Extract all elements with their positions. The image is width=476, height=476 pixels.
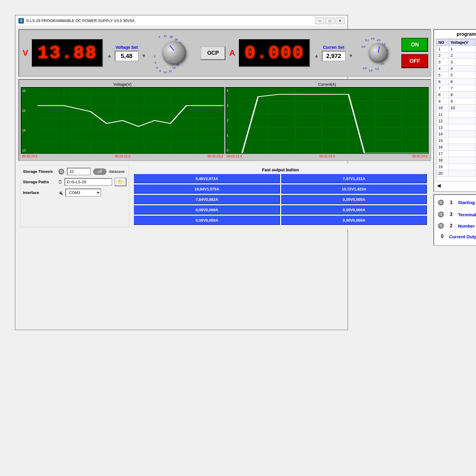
- storage-scroll-knob[interactable]: 🔘: [58, 168, 65, 175]
- com-icon: 🔌: [58, 190, 63, 195]
- scale-28: 28: [170, 35, 173, 38]
- fast-btn-0[interactable]: 5,48V2,972A: [134, 174, 280, 183]
- c-y-2: 2: [227, 119, 228, 122]
- fast-btn-4[interactable]: 7,64V0,882A: [134, 195, 280, 204]
- close-button[interactable]: ✕: [336, 18, 345, 24]
- cell-voltage: [449, 144, 476, 151]
- ocp-button[interactable]: OCP: [200, 46, 226, 60]
- starting-point-row: 🔘 1 Starting point Status: [436, 197, 476, 208]
- control-section: 🔘 1 Starting point Status 🔘 3 Terminal p…: [433, 194, 476, 246]
- path-icon: 🗒: [58, 180, 62, 184]
- table-row[interactable]: 20: [436, 170, 476, 177]
- table-row[interactable]: 16: [436, 144, 476, 151]
- output-line-row: 0 Current Output Line: [436, 233, 476, 240]
- table-scroll-arrows: ◀ ▶: [436, 181, 476, 190]
- c-y-4: 4: [227, 89, 228, 93]
- voltage-chart: 16 15 14 13: [21, 87, 224, 154]
- cell-no: 5: [436, 72, 449, 79]
- cell-voltage: 2: [449, 52, 476, 59]
- prog-output-title: programmable output: [436, 32, 476, 37]
- c-y-3: 3: [227, 104, 228, 107]
- table-row[interactable]: 8 8 10 2: [436, 92, 476, 98]
- voltage-scroll-up[interactable]: ▲: [105, 53, 114, 59]
- fast-output-section: Fast output button 5,48V2,972A 7,07V1,23…: [131, 165, 429, 227]
- fast-btn-2[interactable]: 10,94V1,575A: [134, 184, 280, 194]
- storage-section: Storage Times/s 🔘 off datasave Storage P…: [20, 165, 129, 227]
- voltage-knob[interactable]: [162, 41, 186, 65]
- current-set-value[interactable]: 2,972: [322, 51, 346, 61]
- voltage-chart-title: Voltage(V): [21, 82, 224, 87]
- table-row[interactable]: 5 5 5 2: [436, 72, 476, 79]
- scale-8: 8: [159, 70, 161, 73]
- table-row[interactable]: 17: [436, 151, 476, 157]
- fast-btn-9[interactable]: 0,00V0,000A: [281, 216, 427, 225]
- table-row[interactable]: 10 10 10 2: [436, 105, 476, 111]
- cell-no: 3: [436, 59, 449, 65]
- starting-point-scroll[interactable]: 🔘: [438, 199, 444, 206]
- fast-buttons-grid: 5,48V2,972A 7,07V1,231A 10,94V1,575A 10,…: [134, 174, 427, 225]
- cscale-05: 0,5: [363, 67, 367, 70]
- cell-voltage: 8: [449, 92, 476, 98]
- terminal-point-row: 🔘 3 Terminal point: [436, 210, 476, 219]
- voltage-scroll-down[interactable]: ▼: [140, 53, 148, 59]
- current-chart: 4 3 2 1 0: [226, 87, 429, 154]
- table-row[interactable]: 7 7 5 2: [436, 85, 476, 92]
- on-button[interactable]: ON: [401, 38, 428, 52]
- path-input[interactable]: [65, 178, 112, 186]
- table-row[interactable]: 4 4 10 2: [436, 65, 476, 72]
- table-row[interactable]: 14: [436, 131, 476, 137]
- scale-31: 31: [164, 35, 167, 37]
- scroll-left-icon[interactable]: ◀: [437, 183, 441, 188]
- fast-btn-1[interactable]: 7,07V1,231A: [281, 174, 427, 183]
- vx-2: 00:02:22,0: [115, 154, 130, 158]
- cell-no: 20: [436, 170, 449, 177]
- fast-btn-8[interactable]: 0,00V0,000A: [134, 216, 280, 225]
- table-row[interactable]: 13: [436, 124, 476, 131]
- fast-btn-5[interactable]: 0,00V0,000A: [281, 195, 427, 204]
- fast-btn-7[interactable]: 0,00V0,000A: [281, 205, 427, 214]
- current-scroll-down[interactable]: ▼: [347, 53, 355, 59]
- current-scroll-up[interactable]: ▲: [312, 53, 321, 59]
- datasave-toggle[interactable]: off: [93, 168, 107, 175]
- table-row[interactable]: 9 9 5 2: [436, 98, 476, 105]
- table-row[interactable]: 18: [436, 157, 476, 164]
- folder-button[interactable]: 📁: [115, 178, 126, 186]
- window-controls: — □ ✕: [315, 18, 345, 24]
- voltage-set-label: Voltage Set: [115, 45, 138, 50]
- table-row[interactable]: 15: [436, 137, 476, 144]
- cell-no: 16: [436, 144, 449, 151]
- table-row[interactable]: 2 2 10 2: [436, 52, 476, 59]
- prog-table-scroll[interactable]: NO Voltage(V Current(A Time(s) 1 1 5 2 2…: [436, 39, 476, 181]
- cell-no: 7: [436, 85, 449, 92]
- voltage-set-value[interactable]: 5,48: [115, 51, 139, 61]
- starting-point-num: 1: [447, 200, 455, 205]
- cell-no: 4: [436, 65, 449, 72]
- c-y-0: 0: [227, 148, 228, 152]
- fast-btn-6[interactable]: 0,00V0,000A: [134, 205, 280, 214]
- storage-paths-label: Storage Paths: [23, 180, 56, 184]
- table-row[interactable]: 6 6 10 2: [436, 79, 476, 85]
- table-row[interactable]: 19: [436, 164, 476, 170]
- storage-times-row: Storage Times/s 🔘 off datasave: [23, 168, 126, 175]
- minimize-button[interactable]: —: [315, 18, 324, 24]
- cell-voltage: 3: [449, 59, 476, 65]
- cell-voltage: [449, 170, 476, 177]
- prog-output-panel: programmable output NO Voltage(V Current…: [433, 29, 476, 192]
- scale-12: 12: [169, 70, 172, 73]
- fast-btn-3[interactable]: 10,72V1,423A: [281, 184, 427, 194]
- cell-voltage: 6: [449, 79, 476, 85]
- current-set-area: Curren Set ▲ 2,972 ▼: [312, 45, 355, 61]
- cycles-scroll[interactable]: 🔘: [438, 223, 444, 229]
- restore-button[interactable]: □: [325, 18, 334, 24]
- current-knob[interactable]: [369, 43, 388, 63]
- table-row[interactable]: 3 3 5 2: [436, 59, 476, 65]
- cscale-51: 5,1: [365, 39, 369, 42]
- terminal-point-scroll[interactable]: 🔘: [438, 211, 444, 218]
- table-row[interactable]: 1 1 5 2: [436, 46, 476, 52]
- off-button[interactable]: OFF: [401, 54, 428, 68]
- com-select[interactable]: COM3: [65, 189, 101, 197]
- table-row[interactable]: 12: [436, 118, 476, 124]
- storage-times-input[interactable]: [67, 168, 91, 175]
- cell-voltage: 7: [449, 85, 476, 92]
- table-row[interactable]: 11: [436, 111, 476, 118]
